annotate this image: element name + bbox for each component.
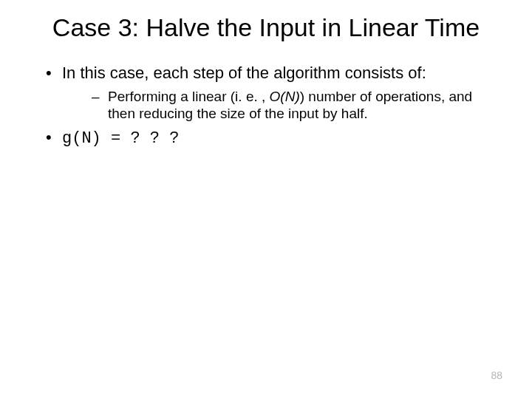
- complexity-notation: O(N): [270, 89, 300, 104]
- function-expression: g(N) = ? ? ?: [62, 129, 179, 148]
- bullet-list: In this case, each step of the algorithm…: [30, 63, 502, 149]
- sub-bullet-list: Performing a linear (i. e. , O(N)) numbe…: [62, 88, 502, 123]
- slide-title: Case 3: Halve the Input in Linear Time: [30, 13, 502, 42]
- page-number: 88: [491, 369, 502, 381]
- bullet-item: g(N) = ? ? ?: [46, 127, 502, 149]
- bullet-item: In this case, each step of the algorithm…: [46, 63, 502, 123]
- bullet-text: In this case, each step of the algorithm…: [62, 64, 426, 82]
- sub-bullet-text-a: Performing a linear (i. e. ,: [108, 89, 270, 104]
- sub-bullet-item: Performing a linear (i. e. , O(N)) numbe…: [92, 88, 502, 123]
